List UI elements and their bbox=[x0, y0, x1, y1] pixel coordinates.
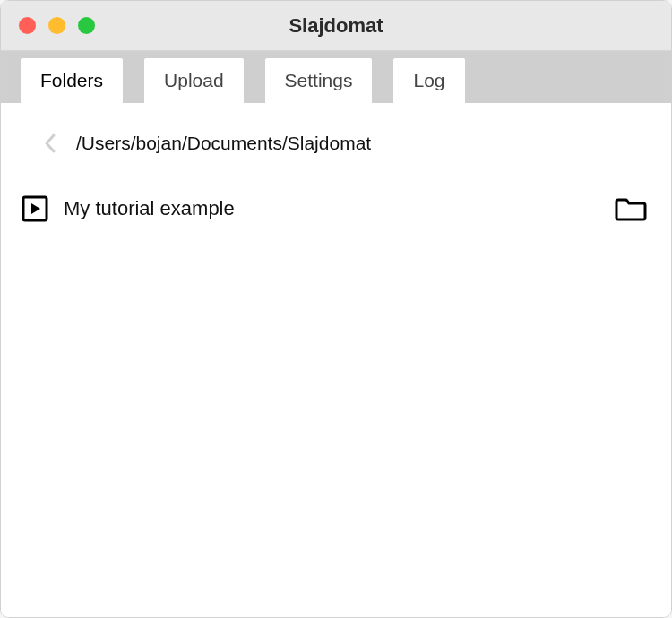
list-item[interactable]: My tutorial example bbox=[21, 184, 651, 234]
content-area: /Users/bojan/Documents/Slajdomat My tuto… bbox=[1, 103, 671, 617]
tab-label: Log bbox=[413, 70, 444, 91]
tab-folders[interactable]: Folders bbox=[21, 58, 123, 103]
list-item-label: My tutorial example bbox=[64, 197, 235, 220]
tab-upload[interactable]: Upload bbox=[144, 58, 244, 103]
tab-label: Folders bbox=[40, 70, 103, 91]
svg-marker-1 bbox=[31, 203, 40, 214]
close-window-button[interactable] bbox=[19, 17, 36, 34]
window-title: Slajdomat bbox=[1, 14, 671, 38]
folder-icon bbox=[614, 195, 648, 222]
tab-label: Settings bbox=[285, 70, 353, 91]
tab-settings[interactable]: Settings bbox=[265, 58, 373, 103]
tabbar: Folders Upload Settings Log bbox=[1, 51, 671, 103]
open-folder-button[interactable] bbox=[614, 194, 648, 223]
chevron-left-icon bbox=[44, 133, 56, 154]
window-controls bbox=[1, 17, 95, 34]
tab-log[interactable]: Log bbox=[393, 58, 464, 103]
list-item-left: My tutorial example bbox=[21, 194, 235, 223]
titlebar: Slajdomat bbox=[1, 1, 671, 51]
breadcrumb: /Users/bojan/Documents/Slajdomat bbox=[21, 103, 651, 184]
app-window: Slajdomat Folders Upload Settings Log /U… bbox=[0, 0, 672, 618]
maximize-window-button[interactable] bbox=[78, 17, 95, 34]
current-path: /Users/bojan/Documents/Slajdomat bbox=[76, 133, 371, 154]
tab-label: Upload bbox=[164, 70, 224, 91]
back-button[interactable] bbox=[44, 133, 56, 154]
play-icon bbox=[21, 194, 49, 223]
minimize-window-button[interactable] bbox=[48, 17, 65, 34]
